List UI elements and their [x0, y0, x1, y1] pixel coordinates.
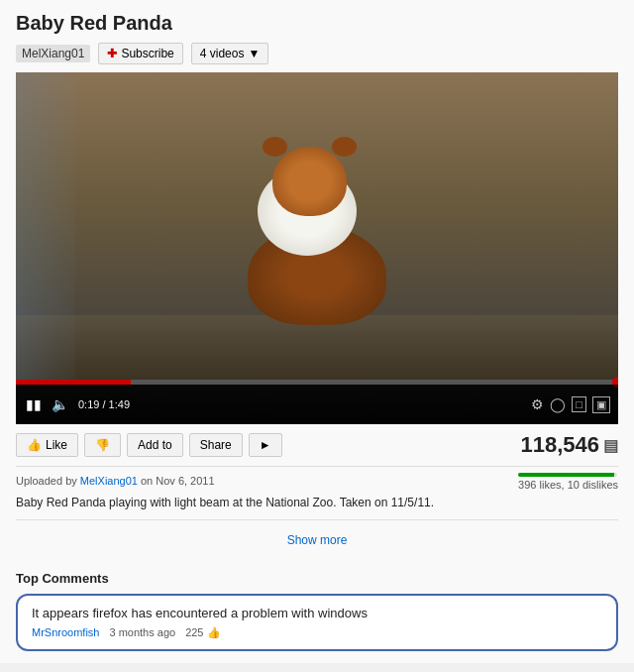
- action-bar: 👍 Like 👎 Add to Share ► 118,546 ▤: [16, 424, 618, 467]
- uploaded-by-text: Uploaded by: [16, 475, 80, 487]
- more-button[interactable]: ►: [249, 433, 282, 457]
- mini-player-icon[interactable]: □: [572, 396, 586, 412]
- page-wrapper: Baby Red Panda MelXiang01 ✚ Subscribe 4 …: [0, 0, 634, 663]
- likes-info: 396 likes, 10 dislikes: [518, 479, 618, 491]
- dislike-button[interactable]: 👎: [84, 433, 121, 457]
- panda-ear-left: [263, 137, 287, 157]
- volume-button[interactable]: 🔈: [50, 394, 70, 414]
- glass-reflection: [16, 72, 75, 385]
- show-more-link[interactable]: Show more: [287, 533, 348, 547]
- thumbs-down-icon: 👎: [95, 438, 110, 452]
- description-text: Baby Red Panda playing with light beam a…: [16, 494, 434, 511]
- channel-name[interactable]: MelXiang01: [16, 45, 90, 62]
- add-to-label: Add to: [138, 438, 172, 452]
- top-comments-label: Top Comments: [16, 571, 618, 586]
- subscribe-button[interactable]: ✚ Subscribe: [98, 43, 182, 64]
- comment-text: It appears firefox has encountered a pro…: [32, 606, 602, 620]
- total-time: 1:49: [109, 398, 130, 410]
- video-player[interactable]: ▮▮ 🔈 0:19 / 1:49 ⚙ ◯ □ ▣: [16, 72, 618, 424]
- comment-item: It appears firefox has encountered a pro…: [16, 594, 618, 651]
- upload-info: Uploaded by MelXiang01 on Nov 6, 2011: [16, 473, 434, 490]
- comment-author[interactable]: MrSnroomfish: [32, 626, 99, 638]
- video-controls: ▮▮ 🔈 0:19 / 1:49 ⚙ ◯ □ ▣: [16, 385, 618, 424]
- panda-body: [228, 167, 406, 325]
- view-count-value: 118,546: [520, 432, 599, 458]
- panda-head: [272, 147, 347, 216]
- pause-button[interactable]: ▮▮: [24, 394, 44, 414]
- panda-ear-right: [332, 137, 357, 157]
- uploader-link[interactable]: MelXiang01: [80, 475, 138, 487]
- likes-bar-fill: [518, 473, 614, 477]
- ground: [16, 315, 618, 385]
- description-area: Uploaded by MelXiang01 on Nov 6, 2011 Ba…: [16, 473, 618, 511]
- likes-info-area: 396 likes, 10 dislikes: [518, 473, 618, 491]
- clock-icon[interactable]: ◯: [550, 396, 566, 412]
- time-display: 0:19 / 1:49: [78, 398, 130, 410]
- current-time: 0:19: [78, 398, 99, 410]
- comment-like-count: 225: [185, 626, 203, 638]
- view-count: 118,546 ▤: [520, 432, 618, 458]
- video-title: Baby Red Panda: [16, 12, 618, 35]
- videos-button[interactable]: 4 videos ▼: [191, 43, 269, 64]
- panda-scene: [16, 72, 618, 385]
- settings-icon[interactable]: ⚙: [531, 396, 544, 412]
- videos-label: 4 videos: [200, 47, 245, 60]
- thumbs-up-small-icon[interactable]: 👍: [207, 626, 221, 638]
- fullscreen-icon[interactable]: ▣: [592, 396, 610, 413]
- like-button[interactable]: 👍 Like: [16, 433, 78, 457]
- like-label: Like: [46, 438, 67, 452]
- video-thumbnail: [16, 72, 618, 385]
- upload-date: on Nov 6, 2011: [141, 475, 215, 487]
- show-more-row: Show more: [16, 519, 618, 559]
- thumbs-up-icon: 👍: [27, 438, 42, 452]
- desc-text: Uploaded by MelXiang01 on Nov 6, 2011 Ba…: [16, 473, 434, 511]
- comment-likes: 225 👍: [185, 626, 220, 639]
- add-to-button[interactable]: Add to: [127, 433, 183, 457]
- share-button[interactable]: Share: [189, 433, 243, 457]
- comments-section: Top Comments It appears firefox has enco…: [16, 571, 618, 651]
- channel-bar: MelXiang01 ✚ Subscribe 4 videos ▼: [16, 43, 618, 64]
- plus-icon: ✚: [107, 47, 117, 60]
- comment-meta: MrSnroomfish 3 months ago 225 👍: [32, 626, 602, 639]
- subscribe-label: Subscribe: [121, 47, 173, 60]
- arrow-right-icon: ►: [260, 438, 271, 452]
- chevron-down-icon: ▼: [248, 47, 260, 60]
- chart-icon: ▤: [603, 436, 618, 455]
- likes-bar: [518, 473, 617, 477]
- comment-time: 3 months ago: [109, 626, 175, 638]
- share-label: Share: [200, 438, 232, 452]
